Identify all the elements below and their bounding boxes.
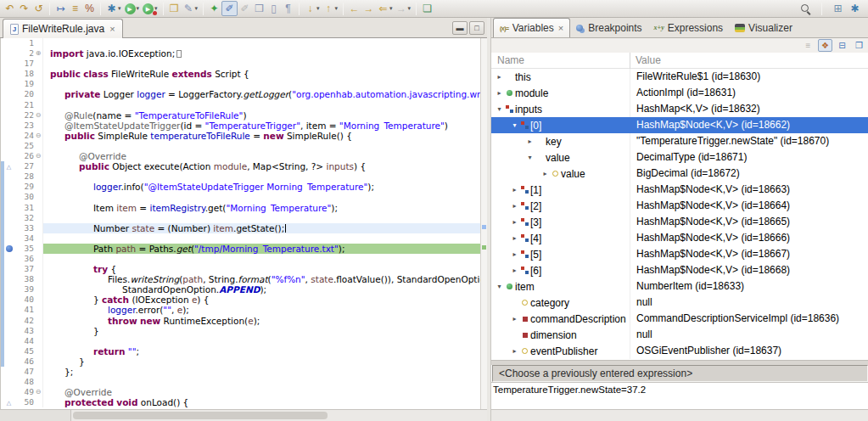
line-number[interactable]: 28: [14, 171, 34, 182]
line-number[interactable]: 36: [14, 254, 34, 264]
code-text[interactable]: };: [43, 367, 487, 377]
collapse-all-icon[interactable]: ⊟: [835, 39, 849, 52]
line-number[interactable]: 35: [14, 244, 34, 254]
line-number[interactable]: 22: [14, 110, 34, 121]
fold-toggle-icon[interactable]: ⊖: [34, 151, 43, 161]
code-text[interactable]: Item item = itemRegistry.get("Morning_Te…: [43, 203, 487, 213]
code-line[interactable]: 33Number state = (Number) item.getState(…: [1, 223, 487, 233]
forward-icon[interactable]: →: [361, 1, 376, 16]
code-line[interactable]: 37try {: [1, 264, 487, 274]
detail-scrollbar[interactable]: [491, 409, 868, 421]
line-number[interactable]: 47: [14, 367, 34, 377]
step-into-icon[interactable]: ↶: [3, 1, 17, 16]
code-text[interactable]: @Override: [43, 387, 487, 397]
open-new-view-icon[interactable]: ❐: [852, 39, 866, 52]
code-editor[interactable]: 12⊕import java.io.IOException;1718public…: [0, 38, 487, 409]
code-text[interactable]: try {: [43, 264, 487, 274]
line-number[interactable]: 19: [14, 79, 34, 89]
overview-ruler[interactable]: [480, 38, 487, 409]
line-number[interactable]: 37: [14, 264, 34, 274]
line-number[interactable]: 27: [14, 161, 34, 171]
expand-arrow-icon[interactable]: ▸: [525, 138, 535, 145]
show-instances-icon[interactable]: ≡: [68, 1, 82, 16]
expand-arrow-icon[interactable]: ▸: [510, 315, 519, 323]
code-text[interactable]: [43, 377, 487, 387]
annotate-icon[interactable]: ✎▾: [182, 1, 200, 16]
open-task-icon[interactable]: ❐: [167, 1, 182, 16]
code-text[interactable]: logger.error("", e);: [43, 305, 487, 315]
variable-row-category[interactable]: categorynull: [491, 295, 868, 311]
horizontal-scrollbar[interactable]: [0, 409, 487, 421]
code-text[interactable]: public SimpleRule temperatureToFileRule …: [43, 131, 487, 141]
code-text[interactable]: StandardOpenOption.APPEND);: [43, 284, 487, 295]
variable-row-value[interactable]: ▾valueDecimalType (id=18671): [491, 149, 868, 166]
line-number[interactable]: 49: [14, 387, 34, 397]
variable-row-0[interactable]: ▾[0]HashMap$Node<K,V> (id=18662): [491, 117, 868, 133]
search-icon[interactable]: [798, 1, 813, 16]
line-number[interactable]: 34: [14, 233, 34, 244]
code-text[interactable]: [43, 100, 487, 110]
code-text[interactable]: [43, 171, 487, 182]
variable-row-value[interactable]: ▸valueBigDecimal (id=18672): [491, 166, 868, 182]
block-selection-icon[interactable]: ▯: [266, 1, 281, 16]
show-logical-structures-icon[interactable]: ❖: [818, 39, 832, 52]
maximize-button[interactable]: □: [469, 21, 484, 35]
code-text[interactable]: protected void onLoad() {: [43, 397, 487, 407]
code-line[interactable]: 21: [1, 100, 487, 110]
prev-annotation-icon[interactable]: ↑▾: [322, 1, 340, 16]
dropdown-arrow-icon[interactable]: ▾: [137, 5, 140, 12]
line-number[interactable]: 23: [14, 121, 34, 131]
format-disabled-icon[interactable]: ✐: [238, 1, 252, 16]
expand-arrow-icon[interactable]: ▸: [495, 89, 504, 97]
code-line[interactable]: 25: [1, 141, 487, 151]
line-number[interactable]: 1: [14, 38, 34, 48]
code-text[interactable]: throw new RuntimeException(e);: [43, 316, 487, 326]
code-line[interactable]: 38Files.writeString(path, String.format(…: [1, 274, 487, 284]
fold-toggle-icon[interactable]: ⊖: [34, 131, 43, 141]
column-separator[interactable]: [630, 53, 630, 69]
code-text[interactable]: [43, 192, 487, 202]
new-window-icon[interactable]: ❏: [420, 1, 434, 16]
code-line[interactable]: 48: [1, 377, 487, 387]
code-line[interactable]: 47};: [1, 367, 487, 377]
correction-icon[interactable]: ❒: [252, 1, 266, 16]
code-line[interactable]: 41logger.error("", e);: [1, 305, 487, 315]
dropdown-arrow-icon[interactable]: ▾: [195, 5, 199, 12]
code-line[interactable]: 18public class FileWriteRule extends Scr…: [1, 69, 487, 79]
column-header-value[interactable]: Value: [636, 54, 661, 66]
search-mark-icon[interactable]: ✦: [207, 1, 221, 16]
debug-icon[interactable]: ✱▾: [104, 1, 123, 16]
variable-row-key[interactable]: ▸key"TemperatureTrigger.newState" (id=18…: [491, 133, 868, 149]
code-line[interactable]: 24⊖public SimpleRule temperatureToFileRu…: [1, 131, 487, 141]
line-number[interactable]: 46: [14, 356, 34, 367]
code-text[interactable]: } catch (IOException e) {: [43, 295, 487, 305]
minimize-button[interactable]: ▬: [452, 21, 468, 35]
line-number[interactable]: 29: [14, 182, 34, 192]
variable-row-6[interactable]: ▸[6]HashMap$Node<K,V> (id=18668): [491, 262, 868, 278]
variable-row-eventPublisher[interactable]: ▸eventPublisherOSGiEventPublisher (id=18…: [491, 343, 868, 359]
code-line[interactable]: 46}: [1, 356, 487, 367]
code-text[interactable]: logger.info("@ItemStateUpdateTrigger Mor…: [43, 182, 487, 192]
code-line[interactable]: 31Item item = itemRegistry.get("Morning_…: [1, 203, 487, 213]
line-number[interactable]: 42: [14, 316, 34, 326]
expand-arrow-icon[interactable]: ▸: [510, 202, 519, 210]
code-line[interactable]: 17: [1, 59, 487, 69]
code-line[interactable]: 19: [1, 79, 487, 89]
code-line[interactable]: 34: [1, 233, 487, 244]
line-number[interactable]: 43: [14, 326, 34, 336]
code-line[interactable]: 29logger.info("@ItemStateUpdateTrigger M…: [1, 182, 487, 192]
column-header-name[interactable]: Name: [497, 54, 524, 66]
variable-row-4[interactable]: ▸[4]HashMap$Node<K,V> (id=18666): [491, 230, 868, 246]
code-text[interactable]: [43, 59, 487, 69]
code-text[interactable]: @Rule(name = "TemperatureToFileRule"): [43, 110, 487, 121]
tab-expressions[interactable]: x+yExpressions: [648, 18, 729, 37]
code-text[interactable]: [43, 254, 487, 264]
code-line[interactable]: 26⊖@Override: [1, 151, 487, 161]
dropdown-arrow-icon[interactable]: ▾: [389, 5, 393, 12]
variable-row-module[interactable]: ▸moduleActionImpl (id=18631): [491, 85, 868, 101]
code-line[interactable]: 35Path path = Paths.get("/tmp/Morning_Te…: [1, 244, 487, 254]
collapse-arrow-icon[interactable]: ▾: [495, 105, 504, 113]
next-annotation-icon[interactable]: ↓▾: [303, 1, 322, 16]
code-line[interactable]: 36: [1, 254, 487, 264]
code-text[interactable]: private Logger logger = LoggerFactory.ge…: [43, 89, 487, 99]
